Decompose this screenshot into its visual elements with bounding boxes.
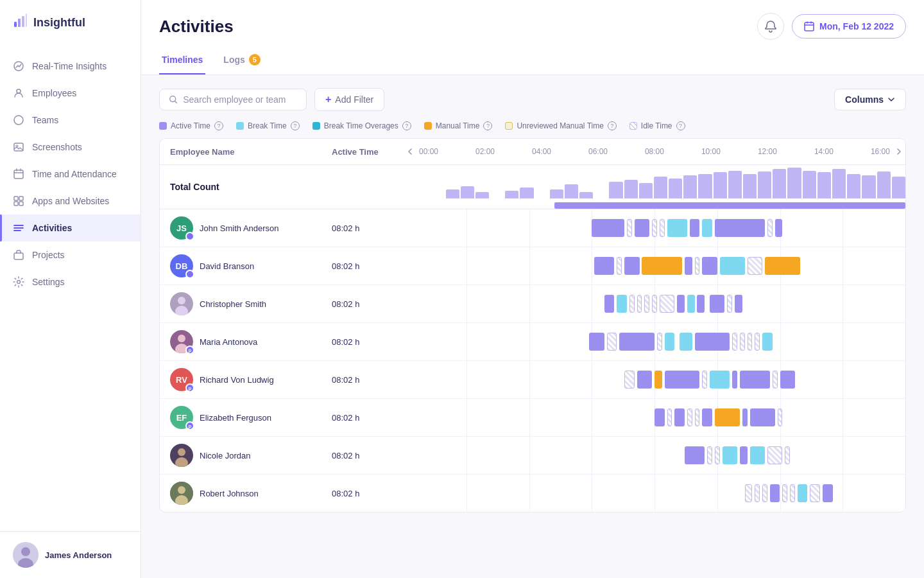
search-input[interactable]: [183, 94, 297, 105]
app-logo: Insightful: [0, 0, 141, 48]
manual-time-label: Manual Time: [436, 121, 480, 130]
sidebar-item-real-time[interactable]: Real-Time Insights: [0, 53, 141, 80]
svg-rect-13: [19, 202, 23, 206]
sidebar-item-label: Projects: [32, 250, 65, 260]
timeline-header-row: Employee Name Active Time 00:00 02:00 04…: [160, 139, 905, 165]
unreviewed-help[interactable]: ?: [608, 121, 617, 130]
active-time-cell: 08:02 h: [327, 299, 404, 309]
tab-logs-label: Logs: [223, 55, 244, 65]
chart-icon: [13, 60, 24, 72]
timeline-bar-row: [404, 399, 905, 436]
active-time-cell: 08:02 h: [327, 489, 404, 498]
employee-name: Elizabeth Ferguson: [200, 413, 271, 423]
employee-badge: p: [185, 421, 194, 430]
svg-point-5: [17, 89, 21, 93]
user-profile[interactable]: James Anderson: [0, 531, 141, 578]
manual-time-help[interactable]: ?: [483, 121, 492, 130]
avatar: [170, 292, 193, 315]
legend-break-time: Break Time ?: [236, 121, 300, 130]
sidebar-item-settings[interactable]: Settings: [0, 268, 141, 295]
date-picker-button[interactable]: Mon, Feb 12 2022: [792, 14, 906, 39]
time-axis: 00:00 02:00 04:00 06:00 08:00 10:00 12:0…: [404, 145, 905, 158]
add-filter-label: Add Filter: [335, 94, 373, 105]
timeline-bar-row: [404, 247, 905, 285]
active-time-cell: 08:02 h: [327, 223, 404, 233]
break-overages-label: Break Time Overages: [324, 121, 398, 130]
svg-rect-11: [19, 197, 23, 200]
employee-cell: RV p Richard Von Ludwig: [160, 363, 327, 396]
add-filter-button[interactable]: + Add Filter: [314, 88, 384, 111]
employee-cell: Nicole Jordan: [160, 439, 327, 472]
sidebar-item-employees[interactable]: Employees: [0, 80, 141, 107]
timeline-bar-row: [404, 437, 905, 474]
user-name: James Anderson: [45, 550, 112, 560]
sidebar-item-label: Employees: [32, 88, 76, 98]
time-prev-button[interactable]: [404, 145, 416, 158]
svg-rect-0: [14, 22, 17, 27]
image-icon: [13, 141, 24, 153]
idle-time-help[interactable]: ?: [676, 121, 685, 130]
sidebar-item-label: Screenshots: [32, 142, 82, 152]
svg-rect-10: [14, 197, 18, 200]
tab-timelines[interactable]: Timelines: [159, 46, 205, 74]
avatar: RV p: [170, 368, 193, 391]
tab-logs[interactable]: Logs 5: [221, 46, 262, 74]
logs-badge: 5: [249, 54, 261, 66]
tabs-bar: Timelines Logs 5: [141, 46, 924, 75]
time-next-button[interactable]: [893, 145, 905, 158]
toolbar: + Add Filter Columns: [159, 88, 906, 111]
employee-name: Robert Johnson: [200, 489, 259, 498]
break-time-help[interactable]: ?: [291, 121, 300, 130]
sidebar: Insightful Real-Time Insights Employees …: [0, 0, 141, 578]
break-overages-help[interactable]: ?: [402, 121, 411, 130]
svg-rect-2: [22, 16, 24, 27]
search-box[interactable]: [159, 89, 307, 110]
svg-rect-19: [805, 22, 814, 31]
avatar: [170, 444, 193, 467]
sidebar-item-teams[interactable]: Teams: [0, 107, 141, 134]
time-label-0200: 02:00: [475, 147, 495, 156]
legend-active-time: Active Time ?: [159, 121, 223, 130]
table-row: JS John Smith Anderson 08:02 h: [160, 209, 905, 247]
sidebar-item-time-attendance[interactable]: Time and Attendance: [0, 161, 141, 188]
svg-point-15: [17, 281, 21, 284]
employee-name: Richard Von Ludwig: [200, 375, 274, 385]
svg-rect-14: [14, 253, 23, 259]
total-chart: [404, 165, 905, 209]
active-time-cell: 08:02 h: [327, 337, 404, 347]
columns-button[interactable]: Columns: [834, 89, 906, 110]
break-time-dot: [236, 122, 244, 130]
sidebar-item-projects[interactable]: Projects: [0, 241, 141, 268]
employee-cell: JS John Smith Anderson: [160, 211, 327, 245]
active-time-help[interactable]: ?: [214, 121, 223, 130]
unreviewed-label: Unreviewed Manual Time: [517, 121, 603, 130]
active-time-header: Active Time: [327, 147, 404, 157]
main-content: Activities Mon, Feb 12 2022 Timelines Lo…: [141, 0, 924, 578]
time-label-0000: 00:00: [419, 147, 438, 156]
notifications-button[interactable]: [757, 13, 784, 40]
plus-icon: +: [325, 94, 331, 105]
sidebar-item-label: Apps and Websites: [32, 196, 109, 206]
timeline-bar-row: [404, 285, 905, 322]
calendar-icon: [804, 21, 814, 31]
timeline-bar-row: [404, 323, 905, 360]
timeline-bar-row: [404, 475, 905, 512]
person-icon: [13, 87, 24, 99]
active-time-cell: 08:02 h: [327, 261, 404, 271]
sidebar-item-screenshots[interactable]: Screenshots: [0, 134, 141, 161]
sidebar-item-apps-websites[interactable]: Apps and Websites: [0, 188, 141, 215]
total-band: [554, 202, 905, 209]
sidebar-item-label: Real-Time Insights: [32, 61, 107, 71]
timeline-bar-row: [404, 361, 905, 398]
chevron-down-icon: [887, 96, 895, 103]
table-row: Nicole Jordan 08:02 h: [160, 437, 905, 475]
employee-cell: EF p Elizabeth Ferguson: [160, 401, 327, 434]
active-time-cell: 08:02 h: [327, 375, 404, 385]
table-row: DB David Branson 08:02 h: [160, 247, 905, 285]
active-time-label: Active Time: [171, 121, 210, 130]
sidebar-item-activities[interactable]: Activities: [0, 215, 141, 241]
table-row: Robert Johnson 08:02 h: [160, 475, 905, 512]
logo-icon: [13, 13, 28, 32]
idle-time-dot: [629, 122, 637, 130]
tab-timelines-label: Timelines: [162, 55, 203, 65]
